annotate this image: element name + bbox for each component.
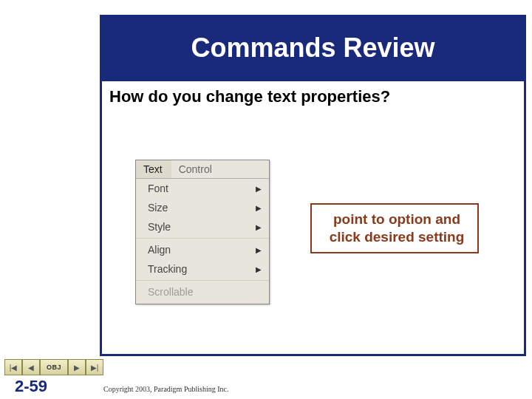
menu-item-label: Scrollable bbox=[148, 286, 193, 298]
slide-nav: |◀ ◀ OBJ ▶ ▶| bbox=[4, 359, 103, 375]
chevron-right-icon: ▶ bbox=[256, 185, 262, 193]
page-title: Commands Review bbox=[191, 33, 434, 64]
chevron-right-icon: ▶ bbox=[256, 223, 262, 231]
menu-item-label: Size bbox=[148, 202, 256, 214]
tab-label: Control bbox=[179, 163, 212, 175]
slide-number: 2-59 bbox=[15, 377, 47, 396]
menu-item-scrollable: Scrollable bbox=[136, 282, 269, 304]
copyright-text: Copyright 2003, Paradigm Publishing Inc. bbox=[103, 385, 228, 393]
menu-item-label: Font bbox=[148, 183, 256, 194]
menu-item-font[interactable]: Font ▶ bbox=[136, 179, 269, 198]
next-slide-button[interactable]: ▶ bbox=[68, 359, 86, 375]
next-icon: ▶ bbox=[74, 364, 80, 372]
callout-text: point to option and click desired settin… bbox=[322, 211, 471, 246]
menu-item-align[interactable]: Align ▶ bbox=[136, 240, 269, 259]
obj-label: OBJ bbox=[47, 364, 61, 371]
title-bar: Commands Review bbox=[100, 15, 526, 81]
tab-label: Text bbox=[143, 163, 163, 175]
tab-text[interactable]: Text bbox=[136, 160, 171, 178]
last-icon: ▶| bbox=[91, 364, 99, 372]
chevron-right-icon: ▶ bbox=[256, 265, 262, 273]
prev-slide-button[interactable]: ◀ bbox=[22, 359, 40, 375]
prev-icon: ◀ bbox=[28, 364, 34, 372]
menu-separator bbox=[136, 280, 269, 281]
menu-item-label: Align bbox=[148, 244, 256, 256]
menu-item-label: Tracking bbox=[148, 263, 256, 275]
first-icon: |◀ bbox=[10, 364, 18, 372]
instruction-callout: point to option and click desired settin… bbox=[310, 203, 479, 253]
chevron-right-icon: ▶ bbox=[256, 246, 262, 254]
obj-button[interactable]: OBJ bbox=[40, 359, 68, 375]
menu-tabs: Text Control bbox=[136, 160, 269, 179]
first-slide-button[interactable]: |◀ bbox=[4, 359, 22, 375]
last-slide-button[interactable]: ▶| bbox=[86, 359, 103, 375]
menu-item-style[interactable]: Style ▶ bbox=[136, 217, 269, 236]
question-text: How do you change text properties? bbox=[109, 87, 390, 106]
menu-item-label: Style bbox=[148, 221, 256, 233]
menu-separator bbox=[136, 238, 269, 239]
tab-control[interactable]: Control bbox=[171, 160, 221, 178]
menu-item-size[interactable]: Size ▶ bbox=[136, 198, 269, 217]
menu-item-tracking[interactable]: Tracking ▶ bbox=[136, 259, 269, 279]
chevron-right-icon: ▶ bbox=[256, 204, 262, 212]
text-properties-menu: Text Control Font ▶ Size ▶ Style ▶ Align… bbox=[135, 160, 270, 304]
menu-list: Font ▶ Size ▶ Style ▶ Align ▶ Tracking ▶… bbox=[136, 179, 269, 304]
